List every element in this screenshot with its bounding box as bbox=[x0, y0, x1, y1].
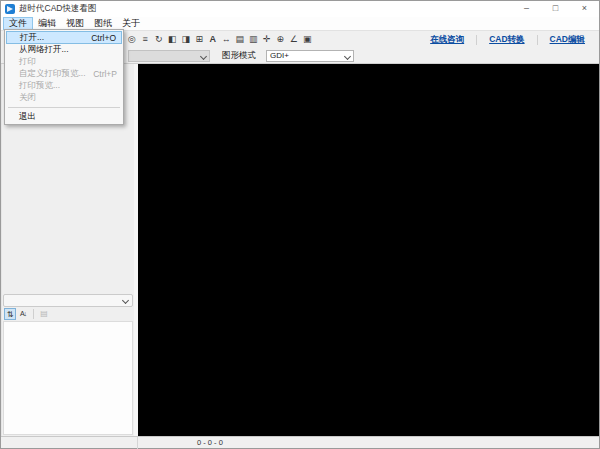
menu-item-label: 自定义打印预览... bbox=[19, 68, 86, 80]
property-pages-button: ▤ bbox=[38, 308, 50, 320]
layers-icon[interactable]: ≡ bbox=[139, 33, 153, 46]
text-annotation-icon[interactable]: A bbox=[206, 33, 220, 46]
link-online-support[interactable]: 在线咨询 bbox=[430, 34, 464, 46]
pan-icon[interactable]: ✛ bbox=[260, 33, 274, 46]
window-controls: – □ × bbox=[512, 1, 599, 17]
window-title: 超时代CAD快速看图 bbox=[19, 3, 96, 15]
status-bar: 0 - 0 - 0 bbox=[1, 436, 599, 448]
menu-separator bbox=[8, 107, 120, 108]
menu-item-label: 从网络打开... bbox=[19, 44, 69, 56]
render-mode-label: 图形模式 bbox=[222, 50, 256, 62]
link-cad-edit[interactable]: CAD编辑 bbox=[550, 34, 585, 46]
menu-item-print: 打印 bbox=[6, 56, 122, 68]
link-divider bbox=[476, 35, 477, 45]
property-sort-toolbar: ⇅ A↓ ▤ bbox=[2, 307, 134, 321]
render-mode-value: GDI+ bbox=[270, 51, 289, 60]
layer-combobox[interactable] bbox=[128, 50, 210, 62]
fit-view-icon[interactable]: ⊞ bbox=[193, 33, 207, 46]
menu-item-label: 打印 bbox=[19, 56, 36, 68]
background-toggle-icon[interactable]: ◨ bbox=[179, 33, 193, 46]
print-icon[interactable]: ▥ bbox=[247, 33, 261, 46]
menu-item-exit[interactable]: 退出 bbox=[6, 111, 122, 123]
chevron-down-icon bbox=[344, 52, 351, 59]
categorized-sort-button[interactable]: ⇅ bbox=[4, 308, 16, 320]
chevron-down-icon bbox=[122, 297, 129, 304]
zoom-in-icon[interactable]: ⊕ bbox=[274, 33, 288, 46]
menu-item-custom-print-preview: 自定义打印预览... Ctrl+P bbox=[6, 68, 122, 80]
property-combobox[interactable] bbox=[3, 294, 133, 307]
app-icon bbox=[5, 4, 15, 14]
menu-item-label: 打印预览... bbox=[19, 80, 60, 92]
top-links: 在线咨询 CAD转换 CAD编辑 bbox=[430, 31, 585, 49]
file-dropdown-menu: 打开... Ctrl+O 从网络打开... 打印 自定义打印预览... Ctrl… bbox=[4, 29, 124, 125]
coordinates-readout: 0 - 0 - 0 bbox=[197, 438, 223, 447]
measure-angle-icon[interactable]: ∠ bbox=[287, 33, 301, 46]
app-window: 超时代CAD快速看图 – □ × 文件 编辑 视图 图纸 关于 ◎ ≡ ↻ ◧ … bbox=[0, 0, 600, 449]
link-divider bbox=[537, 35, 538, 45]
chevron-down-icon bbox=[200, 52, 207, 59]
rotate-icon[interactable]: ↻ bbox=[152, 33, 166, 46]
property-list-area[interactable] bbox=[3, 321, 133, 435]
menu-item-close: 关闭 bbox=[6, 92, 122, 104]
toolbar-divider bbox=[33, 309, 34, 319]
menu-item-open[interactable]: 打开... Ctrl+O bbox=[6, 31, 122, 44]
menu-item-label: 退出 bbox=[19, 111, 36, 123]
link-cad-convert[interactable]: CAD转换 bbox=[489, 34, 524, 46]
menu-item-label: 关闭 bbox=[19, 92, 36, 104]
measure-length-icon[interactable]: ↔ bbox=[220, 33, 234, 46]
invert-colors-icon[interactable]: ◧ bbox=[166, 33, 180, 46]
drawing-canvas[interactable] bbox=[138, 64, 599, 436]
menu-item-open-from-network[interactable]: 从网络打开... bbox=[6, 44, 122, 56]
title-bar: 超时代CAD快速看图 – □ × bbox=[1, 1, 599, 17]
status-divider bbox=[137, 437, 138, 449]
eye-icon[interactable]: ◎ bbox=[125, 33, 139, 46]
minimize-button[interactable]: – bbox=[512, 1, 541, 17]
copy-icon[interactable]: ▣ bbox=[301, 33, 315, 46]
close-button[interactable]: × bbox=[570, 1, 599, 17]
menu-item-label: 打开... bbox=[20, 32, 44, 44]
menu-item-shortcut: Ctrl+P bbox=[93, 69, 117, 79]
render-mode-combobox[interactable]: GDI+ bbox=[266, 50, 354, 62]
maximize-button[interactable]: □ bbox=[541, 1, 570, 17]
sheet-layout-icon[interactable]: ▤ bbox=[233, 33, 247, 46]
menu-item-print-preview: 打印预览... bbox=[6, 80, 122, 92]
alphabetical-sort-button[interactable]: A↓ bbox=[17, 308, 29, 320]
menu-item-shortcut: Ctrl+O bbox=[91, 33, 116, 43]
